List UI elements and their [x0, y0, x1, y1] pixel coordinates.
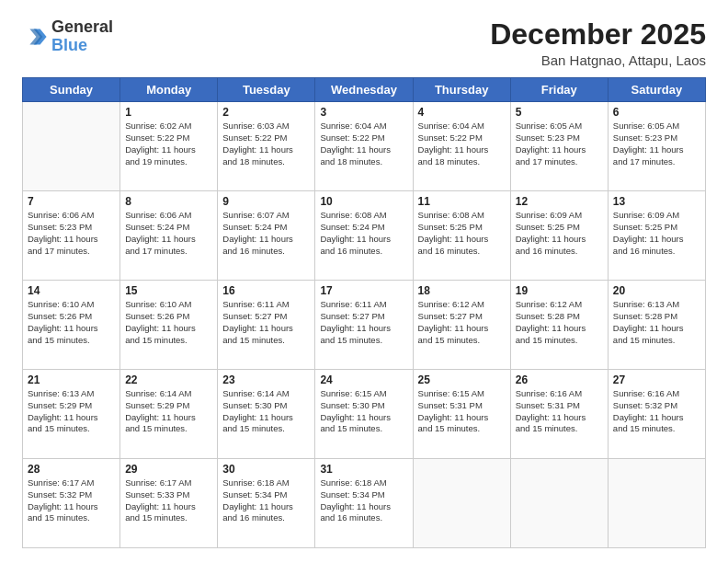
day-info: Sunrise: 6:10 AM Sunset: 5:26 PM Dayligh… — [125, 299, 212, 346]
day-number: 9 — [222, 195, 310, 208]
day-number: 30 — [222, 463, 310, 476]
day-number: 8 — [125, 195, 212, 208]
day-number: 21 — [28, 373, 115, 386]
day-info: Sunrise: 6:12 AM Sunset: 5:27 PM Dayligh… — [418, 299, 506, 346]
calendar-cell: 21Sunrise: 6:13 AM Sunset: 5:29 PM Dayli… — [23, 370, 120, 459]
day-number: 11 — [418, 195, 506, 208]
day-number: 25 — [418, 373, 506, 386]
day-info: Sunrise: 6:11 AM Sunset: 5:27 PM Dayligh… — [320, 299, 407, 346]
day-info: Sunrise: 6:17 AM Sunset: 5:33 PM Dayligh… — [125, 477, 212, 524]
header: General Blue December 2025 Ban Hatgnao, … — [22, 18, 706, 68]
calendar-cell: 31Sunrise: 6:18 AM Sunset: 5:34 PM Dayli… — [315, 459, 413, 548]
calendar-cell: 2Sunrise: 6:03 AM Sunset: 5:22 PM Daylig… — [218, 102, 315, 191]
day-number: 22 — [125, 373, 212, 386]
calendar-cell: 3Sunrise: 6:04 AM Sunset: 5:22 PM Daylig… — [315, 102, 413, 191]
day-number: 5 — [516, 106, 603, 119]
calendar-cell: 12Sunrise: 6:09 AM Sunset: 5:25 PM Dayli… — [510, 191, 608, 281]
calendar-cell: 11Sunrise: 6:08 AM Sunset: 5:25 PM Dayli… — [413, 191, 510, 281]
month-title: December 2025 — [490, 18, 706, 51]
logo-line2: Blue — [51, 37, 113, 55]
day-number: 3 — [320, 106, 407, 119]
day-number: 28 — [28, 463, 115, 476]
calendar-cell: 9Sunrise: 6:07 AM Sunset: 5:24 PM Daylig… — [218, 191, 315, 281]
day-number: 31 — [320, 463, 407, 476]
day-info: Sunrise: 6:14 AM Sunset: 5:29 PM Dayligh… — [125, 388, 212, 435]
title-block: December 2025 Ban Hatgnao, Attapu, Laos — [490, 18, 706, 68]
day-number: 17 — [320, 284, 407, 297]
day-info: Sunrise: 6:18 AM Sunset: 5:34 PM Dayligh… — [320, 477, 407, 524]
calendar-table: SundayMondayTuesdayWednesdayThursdayFrid… — [22, 77, 706, 548]
calendar-header-tuesday: Tuesday — [218, 78, 315, 102]
day-info: Sunrise: 6:04 AM Sunset: 5:22 PM Dayligh… — [320, 121, 407, 167]
day-number: 16 — [222, 284, 310, 297]
calendar-cell: 27Sunrise: 6:16 AM Sunset: 5:32 PM Dayli… — [608, 370, 705, 459]
day-info: Sunrise: 6:06 AM Sunset: 5:24 PM Dayligh… — [125, 210, 212, 257]
calendar-cell: 24Sunrise: 6:15 AM Sunset: 5:30 PM Dayli… — [315, 370, 413, 459]
logo-line1: General — [51, 18, 113, 37]
day-info: Sunrise: 6:11 AM Sunset: 5:27 PM Dayligh… — [222, 299, 310, 346]
day-number: 10 — [320, 195, 407, 208]
calendar-cell: 25Sunrise: 6:15 AM Sunset: 5:31 PM Dayli… — [413, 370, 510, 459]
day-info: Sunrise: 6:05 AM Sunset: 5:23 PM Dayligh… — [516, 121, 603, 167]
day-info: Sunrise: 6:13 AM Sunset: 5:29 PM Dayligh… — [28, 388, 115, 435]
day-info: Sunrise: 6:12 AM Sunset: 5:28 PM Dayligh… — [516, 299, 603, 346]
day-info: Sunrise: 6:17 AM Sunset: 5:32 PM Dayligh… — [28, 477, 115, 524]
calendar-cell — [510, 459, 608, 548]
day-info: Sunrise: 6:03 AM Sunset: 5:22 PM Dayligh… — [222, 121, 310, 167]
calendar-week-4: 21Sunrise: 6:13 AM Sunset: 5:29 PM Dayli… — [23, 370, 706, 459]
calendar-cell — [608, 459, 705, 548]
calendar-cell: 20Sunrise: 6:13 AM Sunset: 5:28 PM Dayli… — [608, 281, 705, 370]
logo-text: General Blue — [51, 18, 113, 55]
day-number: 15 — [125, 284, 212, 297]
day-number: 7 — [28, 195, 115, 208]
day-number: 18 — [418, 284, 506, 297]
day-info: Sunrise: 6:09 AM Sunset: 5:25 PM Dayligh… — [516, 210, 603, 257]
calendar-cell: 14Sunrise: 6:10 AM Sunset: 5:26 PM Dayli… — [23, 281, 120, 370]
calendar-header-wednesday: Wednesday — [315, 78, 413, 102]
day-number: 20 — [613, 284, 700, 297]
day-number: 19 — [516, 284, 603, 297]
day-number: 24 — [320, 373, 407, 386]
calendar-cell: 28Sunrise: 6:17 AM Sunset: 5:32 PM Dayli… — [23, 459, 120, 548]
day-number: 26 — [516, 373, 603, 386]
day-info: Sunrise: 6:06 AM Sunset: 5:23 PM Dayligh… — [28, 210, 115, 257]
day-info: Sunrise: 6:16 AM Sunset: 5:32 PM Dayligh… — [613, 388, 700, 435]
calendar-cell: 16Sunrise: 6:11 AM Sunset: 5:27 PM Dayli… — [218, 281, 315, 370]
day-info: Sunrise: 6:09 AM Sunset: 5:25 PM Dayligh… — [613, 210, 700, 257]
calendar-week-5: 28Sunrise: 6:17 AM Sunset: 5:32 PM Dayli… — [23, 459, 706, 548]
day-info: Sunrise: 6:14 AM Sunset: 5:30 PM Dayligh… — [222, 388, 310, 435]
day-info: Sunrise: 6:08 AM Sunset: 5:25 PM Dayligh… — [418, 210, 506, 257]
day-number: 6 — [613, 106, 700, 119]
calendar-cell: 26Sunrise: 6:16 AM Sunset: 5:31 PM Dayli… — [510, 370, 608, 459]
calendar-week-3: 14Sunrise: 6:10 AM Sunset: 5:26 PM Dayli… — [23, 281, 706, 370]
calendar-week-1: 1Sunrise: 6:02 AM Sunset: 5:22 PM Daylig… — [23, 102, 706, 191]
day-number: 2 — [222, 106, 310, 119]
calendar-header-row: SundayMondayTuesdayWednesdayThursdayFrid… — [23, 78, 706, 102]
day-number: 13 — [613, 195, 700, 208]
day-number: 29 — [125, 463, 212, 476]
calendar-cell — [413, 459, 510, 548]
calendar-header-friday: Friday — [510, 78, 608, 102]
calendar-cell: 30Sunrise: 6:18 AM Sunset: 5:34 PM Dayli… — [218, 459, 315, 548]
day-number: 23 — [222, 373, 310, 386]
calendar-cell: 19Sunrise: 6:12 AM Sunset: 5:28 PM Dayli… — [510, 281, 608, 370]
day-number: 1 — [125, 106, 212, 119]
day-info: Sunrise: 6:08 AM Sunset: 5:24 PM Dayligh… — [320, 210, 407, 257]
day-number: 4 — [418, 106, 506, 119]
day-number: 12 — [516, 195, 603, 208]
calendar-cell: 23Sunrise: 6:14 AM Sunset: 5:30 PM Dayli… — [218, 370, 315, 459]
calendar-cell: 15Sunrise: 6:10 AM Sunset: 5:26 PM Dayli… — [120, 281, 218, 370]
day-info: Sunrise: 6:18 AM Sunset: 5:34 PM Dayligh… — [222, 477, 310, 524]
logo-icon — [22, 24, 48, 50]
calendar-cell: 10Sunrise: 6:08 AM Sunset: 5:24 PM Dayli… — [315, 191, 413, 281]
day-number: 27 — [613, 373, 700, 386]
day-info: Sunrise: 6:16 AM Sunset: 5:31 PM Dayligh… — [516, 388, 603, 435]
calendar-cell: 29Sunrise: 6:17 AM Sunset: 5:33 PM Dayli… — [120, 459, 218, 548]
calendar-cell: 13Sunrise: 6:09 AM Sunset: 5:25 PM Dayli… — [608, 191, 705, 281]
location: Ban Hatgnao, Attapu, Laos — [490, 52, 706, 68]
day-info: Sunrise: 6:13 AM Sunset: 5:28 PM Dayligh… — [613, 299, 700, 346]
calendar-cell: 6Sunrise: 6:05 AM Sunset: 5:23 PM Daylig… — [608, 102, 705, 191]
calendar-cell: 1Sunrise: 6:02 AM Sunset: 5:22 PM Daylig… — [120, 102, 218, 191]
calendar-cell: 17Sunrise: 6:11 AM Sunset: 5:27 PM Dayli… — [315, 281, 413, 370]
calendar-cell: 8Sunrise: 6:06 AM Sunset: 5:24 PM Daylig… — [120, 191, 218, 281]
